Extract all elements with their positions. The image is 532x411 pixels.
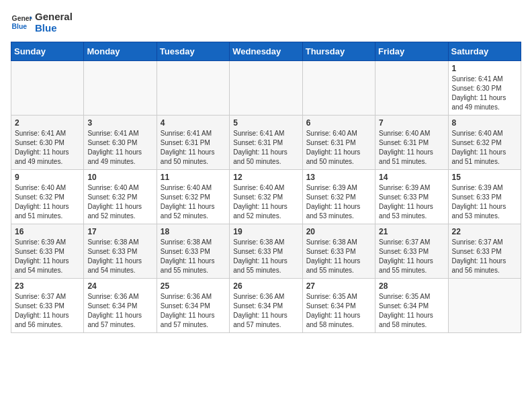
day-info: Sunrise: 6:40 AM Sunset: 6:32 PM Dayligh… <box>161 183 226 221</box>
day-info: Sunrise: 6:39 AM Sunset: 6:33 PM Dayligh… <box>15 238 80 275</box>
weekday-header: Wednesday <box>230 42 302 61</box>
calendar-cell: 3Sunrise: 6:41 AM Sunset: 6:30 PM Daylig… <box>84 116 157 170</box>
calendar-cell <box>448 279 521 333</box>
day-info: Sunrise: 6:41 AM Sunset: 6:30 PM Dayligh… <box>15 129 80 167</box>
day-info: Sunrise: 6:40 AM Sunset: 6:32 PM Dayligh… <box>452 129 517 167</box>
calendar-cell: 21Sunrise: 6:37 AM Sunset: 6:33 PM Dayli… <box>375 224 448 279</box>
weekday-header: Monday <box>84 42 157 61</box>
day-number: 13 <box>306 173 371 182</box>
calendar-cell: 14Sunrise: 6:39 AM Sunset: 6:33 PM Dayli… <box>375 170 448 224</box>
day-number: 26 <box>233 281 298 291</box>
weekday-header: Tuesday <box>157 42 229 61</box>
calendar-cell <box>230 61 302 116</box>
day-info: Sunrise: 6:40 AM Sunset: 6:31 PM Dayligh… <box>379 129 444 167</box>
day-number: 10 <box>87 173 152 182</box>
day-number: 14 <box>379 173 444 182</box>
calendar-cell: 15Sunrise: 6:39 AM Sunset: 6:33 PM Dayli… <box>448 170 521 224</box>
day-info: Sunrise: 6:38 AM Sunset: 6:33 PM Dayligh… <box>87 238 152 275</box>
day-info: Sunrise: 6:37 AM Sunset: 6:33 PM Dayligh… <box>379 238 444 275</box>
day-number: 27 <box>306 281 371 291</box>
day-number: 6 <box>306 118 371 128</box>
calendar-cell: 18Sunrise: 6:38 AM Sunset: 6:33 PM Dayli… <box>157 224 229 279</box>
day-info: Sunrise: 6:39 AM Sunset: 6:33 PM Dayligh… <box>452 183 517 221</box>
calendar-cell: 12Sunrise: 6:40 AM Sunset: 6:32 PM Dayli… <box>230 170 302 224</box>
day-number: 12 <box>233 173 298 182</box>
day-number: 16 <box>15 227 80 236</box>
day-info: Sunrise: 6:40 AM Sunset: 6:32 PM Dayligh… <box>233 183 298 221</box>
logo-icon: General Blue <box>11 11 32 33</box>
day-info: Sunrise: 6:37 AM Sunset: 6:33 PM Dayligh… <box>15 292 80 330</box>
day-info: Sunrise: 6:37 AM Sunset: 6:33 PM Dayligh… <box>452 238 517 275</box>
calendar-cell: 13Sunrise: 6:39 AM Sunset: 6:32 PM Dayli… <box>302 170 375 224</box>
day-number: 22 <box>452 227 517 236</box>
header: General Blue General Blue <box>11 11 521 34</box>
calendar-cell: 23Sunrise: 6:37 AM Sunset: 6:33 PM Dayli… <box>11 279 84 333</box>
weekday-header-row: SundayMondayTuesdayWednesdayThursdayFrid… <box>11 42 521 61</box>
day-number: 5 <box>233 118 298 128</box>
day-number: 11 <box>161 173 226 182</box>
svg-text:Blue: Blue <box>12 23 28 30</box>
day-info: Sunrise: 6:40 AM Sunset: 6:32 PM Dayligh… <box>15 183 80 221</box>
calendar-cell: 2Sunrise: 6:41 AM Sunset: 6:30 PM Daylig… <box>11 116 84 170</box>
calendar-cell: 6Sunrise: 6:40 AM Sunset: 6:31 PM Daylig… <box>302 116 375 170</box>
calendar-week-row: 2Sunrise: 6:41 AM Sunset: 6:30 PM Daylig… <box>11 116 521 170</box>
weekday-header: Thursday <box>302 42 375 61</box>
day-info: Sunrise: 6:41 AM Sunset: 6:31 PM Dayligh… <box>161 129 226 167</box>
calendar-cell: 16Sunrise: 6:39 AM Sunset: 6:33 PM Dayli… <box>11 224 84 279</box>
day-number: 28 <box>379 281 444 291</box>
day-number: 3 <box>87 118 152 128</box>
calendar-cell: 7Sunrise: 6:40 AM Sunset: 6:31 PM Daylig… <box>375 116 448 170</box>
calendar-cell: 25Sunrise: 6:36 AM Sunset: 6:34 PM Dayli… <box>157 279 229 333</box>
calendar-cell: 11Sunrise: 6:40 AM Sunset: 6:32 PM Dayli… <box>157 170 229 224</box>
calendar-week-row: 23Sunrise: 6:37 AM Sunset: 6:33 PM Dayli… <box>11 279 521 333</box>
day-number: 25 <box>161 281 226 291</box>
day-info: Sunrise: 6:41 AM Sunset: 6:30 PM Dayligh… <box>452 75 517 112</box>
day-info: Sunrise: 6:41 AM Sunset: 6:31 PM Dayligh… <box>233 129 298 167</box>
calendar-cell: 28Sunrise: 6:35 AM Sunset: 6:34 PM Dayli… <box>375 279 448 333</box>
day-number: 15 <box>452 173 517 182</box>
day-number: 8 <box>452 118 517 128</box>
day-info: Sunrise: 6:35 AM Sunset: 6:34 PM Dayligh… <box>379 292 444 330</box>
calendar-cell: 4Sunrise: 6:41 AM Sunset: 6:31 PM Daylig… <box>157 116 229 170</box>
day-number: 7 <box>379 118 444 128</box>
calendar-week-row: 9Sunrise: 6:40 AM Sunset: 6:32 PM Daylig… <box>11 170 521 224</box>
calendar: SundayMondayTuesdayWednesdayThursdayFrid… <box>11 42 521 333</box>
calendar-cell: 9Sunrise: 6:40 AM Sunset: 6:32 PM Daylig… <box>11 170 84 224</box>
day-info: Sunrise: 6:39 AM Sunset: 6:32 PM Dayligh… <box>306 183 371 221</box>
calendar-cell: 5Sunrise: 6:41 AM Sunset: 6:31 PM Daylig… <box>230 116 302 170</box>
day-info: Sunrise: 6:38 AM Sunset: 6:33 PM Dayligh… <box>161 238 226 275</box>
calendar-cell: 26Sunrise: 6:36 AM Sunset: 6:34 PM Dayli… <box>230 279 302 333</box>
calendar-cell <box>302 61 375 116</box>
calendar-week-row: 16Sunrise: 6:39 AM Sunset: 6:33 PM Dayli… <box>11 224 521 279</box>
calendar-week-row: 1Sunrise: 6:41 AM Sunset: 6:30 PM Daylig… <box>11 61 521 116</box>
calendar-cell <box>157 61 229 116</box>
day-info: Sunrise: 6:36 AM Sunset: 6:34 PM Dayligh… <box>233 292 298 330</box>
logo-blue: Blue <box>35 22 73 34</box>
day-info: Sunrise: 6:39 AM Sunset: 6:33 PM Dayligh… <box>379 183 444 221</box>
calendar-cell: 22Sunrise: 6:37 AM Sunset: 6:33 PM Dayli… <box>448 224 521 279</box>
day-number: 19 <box>233 227 298 236</box>
day-number: 4 <box>161 118 226 128</box>
weekday-header: Sunday <box>11 42 84 61</box>
day-number: 2 <box>15 118 80 128</box>
svg-text:General: General <box>12 15 32 22</box>
calendar-cell: 1Sunrise: 6:41 AM Sunset: 6:30 PM Daylig… <box>448 61 521 116</box>
calendar-cell: 8Sunrise: 6:40 AM Sunset: 6:32 PM Daylig… <box>448 116 521 170</box>
day-number: 24 <box>87 281 152 291</box>
day-number: 21 <box>379 227 444 236</box>
day-number: 17 <box>87 227 152 236</box>
day-info: Sunrise: 6:36 AM Sunset: 6:34 PM Dayligh… <box>161 292 226 330</box>
calendar-cell: 19Sunrise: 6:38 AM Sunset: 6:33 PM Dayli… <box>230 224 302 279</box>
day-info: Sunrise: 6:40 AM Sunset: 6:32 PM Dayligh… <box>87 183 152 221</box>
weekday-header: Saturday <box>448 42 521 61</box>
calendar-cell <box>84 61 157 116</box>
calendar-cell: 17Sunrise: 6:38 AM Sunset: 6:33 PM Dayli… <box>84 224 157 279</box>
day-number: 1 <box>452 64 517 73</box>
calendar-cell: 24Sunrise: 6:36 AM Sunset: 6:34 PM Dayli… <box>84 279 157 333</box>
day-number: 9 <box>15 173 80 182</box>
day-info: Sunrise: 6:35 AM Sunset: 6:34 PM Dayligh… <box>306 292 371 330</box>
calendar-cell <box>11 61 84 116</box>
day-number: 23 <box>15 281 80 291</box>
day-info: Sunrise: 6:41 AM Sunset: 6:30 PM Dayligh… <box>87 129 152 167</box>
weekday-header: Friday <box>375 42 448 61</box>
